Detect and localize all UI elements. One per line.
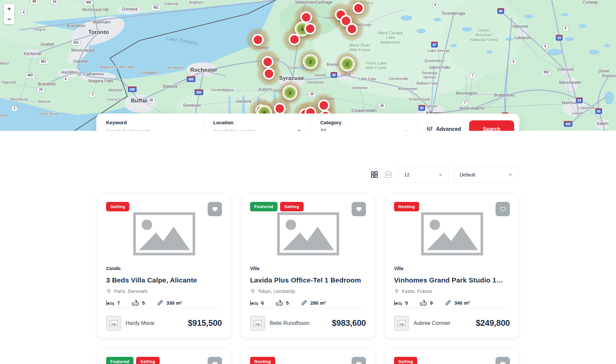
zoom-out-button[interactable]: − <box>4 14 14 24</box>
badge-row: FeaturedSelling <box>106 357 160 364</box>
property-map-marker[interactable] <box>353 2 364 14</box>
property-card-footer: Hardy Morar $915,500 <box>106 308 222 338</box>
favorite-button[interactable] <box>208 357 222 364</box>
location-input[interactable] <box>213 128 302 131</box>
route-shield: 20 <box>378 103 386 109</box>
route-shield: 495 <box>563 121 573 127</box>
heart-icon <box>212 361 218 364</box>
agent-name: Bette Runolfsson <box>270 320 309 326</box>
property-card-footer: Aubree Cormier $249,800 <box>394 308 510 338</box>
listing-toolbar: 12 Default <box>97 167 519 182</box>
map-pin-icon <box>394 288 399 294</box>
favorite-button[interactable] <box>352 202 366 216</box>
listing-grid: Selling Condo 3 Beds Villa Calpe, Alican… <box>97 193 519 364</box>
ruler-icon <box>445 299 451 306</box>
badge-row: Renting <box>394 202 419 211</box>
sort-select[interactable]: Default <box>453 167 519 182</box>
route-shield: 3 <box>562 26 568 31</box>
property-map-marker[interactable] <box>262 56 274 68</box>
gps-locate-icon[interactable] <box>296 129 302 131</box>
sliders-icon <box>426 126 433 131</box>
bed-icon <box>394 300 402 306</box>
heart-icon <box>356 361 362 364</box>
heart-icon <box>500 206 506 212</box>
heart-icon <box>500 361 506 364</box>
list-icon <box>384 171 393 178</box>
listing-search-bar: Keyword Location Category All <box>96 114 519 131</box>
route-shield: 403 <box>25 73 35 78</box>
property-map-marker[interactable] <box>289 34 300 45</box>
agent-avatar <box>106 316 121 331</box>
map-pin-icon <box>250 288 255 294</box>
favorite-button[interactable] <box>352 357 366 364</box>
route-shield: 401 <box>151 5 161 11</box>
favorite-button[interactable] <box>496 357 510 364</box>
zoom-in-button[interactable]: + <box>4 4 14 14</box>
route-shield: 6 <box>63 77 69 82</box>
baths-stat: 5 <box>276 299 289 306</box>
property-card-footer: Bette Runolfsson $983,600 <box>250 308 366 338</box>
property-map-marker[interactable] <box>304 23 316 35</box>
grid-view-button[interactable] <box>370 170 379 179</box>
baths-stat: 5 <box>132 299 145 306</box>
favorite-button[interactable] <box>208 202 222 216</box>
property-title[interactable]: 3 Beds Villa Calpe, Alicante <box>106 276 222 284</box>
list-view-button[interactable] <box>384 170 393 179</box>
property-stats: 5 9 340 m² <box>394 299 510 306</box>
property-price: $249,800 <box>476 318 510 328</box>
property-card[interactable]: Selling <box>385 348 519 364</box>
property-media: Renting <box>250 357 366 364</box>
agent-name: Aubree Cormier <box>414 320 450 326</box>
property-image-placeholder <box>277 212 339 257</box>
property-price: $915,500 <box>188 318 222 328</box>
property-title[interactable]: Vinhomes Grand Park Studio 1… <box>394 276 510 284</box>
property-card[interactable]: Renting <box>241 348 375 364</box>
map[interactable]: Richmond HillOshawaCobourgBrightonMarkha… <box>0 0 616 131</box>
badge-selling: Selling <box>394 357 417 364</box>
route-shield: 290 <box>128 86 137 93</box>
keyword-input[interactable] <box>106 128 195 131</box>
search-button[interactable]: Search <box>469 120 514 131</box>
category-value: All <box>320 128 326 131</box>
agent-name: Hardy Morar <box>126 320 155 326</box>
property-title[interactable]: Lavida Plus Office-Tel 1 Bedroom <box>250 276 366 284</box>
bath-icon <box>419 299 427 306</box>
property-location-text: Kyoto, France <box>402 288 432 294</box>
property-map-marker[interactable] <box>346 23 358 35</box>
badge-row: Selling <box>394 357 417 364</box>
property-map-marker[interactable] <box>252 34 264 46</box>
route-shield: 89 <box>30 0 38 4</box>
category-select[interactable]: All <box>320 128 409 131</box>
location-label: Location <box>213 120 302 125</box>
property-card[interactable]: Selling Condo 3 Beds Villa Calpe, Alican… <box>97 193 231 338</box>
advanced-label: Advanced <box>436 126 461 131</box>
property-card[interactable]: FeaturedSelling <box>97 348 231 364</box>
property-image-placeholder <box>421 212 483 257</box>
property-price: $983,600 <box>332 318 366 328</box>
property-map-marker[interactable] <box>263 68 275 80</box>
beds-stat: 5 <box>394 300 408 306</box>
route-shield: 4 <box>542 44 548 49</box>
beds-value: 5 <box>405 300 408 306</box>
route-shield: 5 <box>511 59 516 65</box>
bath-icon <box>276 299 283 306</box>
badge-renting: Renting <box>250 357 275 364</box>
cluster-map-marker[interactable]: 2 <box>282 85 297 100</box>
cluster-map-marker[interactable]: 2 <box>303 54 318 69</box>
property-stats: 7 5 330 m² <box>106 299 222 306</box>
chevron-down-icon <box>404 129 409 131</box>
area-stat: 330 m² <box>157 299 182 306</box>
advanced-filters-button[interactable]: Advanced <box>418 114 469 131</box>
property-map-marker[interactable] <box>274 103 286 114</box>
property-type-label: Condo <box>106 266 120 271</box>
cluster-map-marker[interactable]: 2 <box>340 56 355 71</box>
per-page-select[interactable]: 12 <box>398 167 449 182</box>
route-shield: 10 <box>51 0 58 5</box>
property-card[interactable]: Renting Villa Vinhomes Grand Park Studio… <box>385 193 519 338</box>
property-map-marker[interactable] <box>318 99 330 111</box>
favorite-button[interactable] <box>496 202 510 216</box>
area-value: 330 m² <box>166 300 182 306</box>
property-card[interactable]: FeaturedSelling Villa Lavida Plus Office… <box>241 193 375 338</box>
property-location: Paris, Denmark <box>106 288 222 294</box>
category-label: Category <box>320 120 409 125</box>
